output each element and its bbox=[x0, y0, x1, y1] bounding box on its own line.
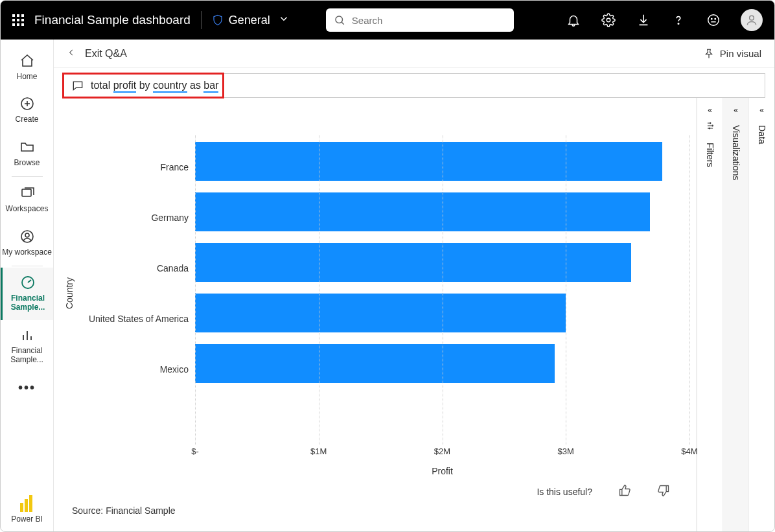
svg-point-6 bbox=[750, 16, 754, 20]
pane-label: Visualizations bbox=[731, 125, 741, 180]
sensitivity-label[interactable]: General bbox=[212, 12, 290, 28]
category-label: Germany bbox=[78, 192, 195, 243]
x-tick: $1M bbox=[310, 446, 327, 456]
nav-label: Workspaces bbox=[6, 204, 49, 213]
nav-browse[interactable]: Browse bbox=[1, 132, 53, 175]
home-icon bbox=[19, 52, 36, 69]
dashboard-title: Financial Sample dashboard bbox=[34, 13, 191, 27]
nav-financial-sample-report[interactable]: Financial Sample... bbox=[1, 320, 53, 373]
chevron-left-icon: « bbox=[708, 106, 712, 115]
nav-label: Home bbox=[16, 72, 37, 81]
top-bar: Financial Sample dashboard General bbox=[1, 1, 774, 40]
plus-circle-icon bbox=[19, 95, 36, 112]
search-icon bbox=[334, 14, 345, 26]
qna-input-bar[interactable]: total profit by country as bar bbox=[63, 73, 765, 98]
category-label: France bbox=[78, 142, 195, 192]
notifications-icon[interactable] bbox=[566, 12, 581, 28]
y-axis-label: Country bbox=[64, 277, 75, 309]
nav-label: Financial Sample... bbox=[3, 294, 53, 312]
nav-label: Browse bbox=[14, 158, 40, 167]
pin-label: Pin visual bbox=[720, 48, 761, 59]
workspaces-icon bbox=[19, 185, 36, 202]
main-area: Exit Q&A Pin visual total profit by coun… bbox=[54, 40, 774, 531]
thumbs-up-button[interactable] bbox=[618, 484, 631, 499]
nav-create[interactable]: Create bbox=[1, 89, 53, 132]
back-button[interactable] bbox=[67, 48, 76, 60]
search-wrapper bbox=[326, 8, 514, 32]
x-tick: $- bbox=[191, 446, 199, 456]
svg-point-1 bbox=[607, 18, 610, 22]
y-axis-categories: FranceGermanyCanadaUnited States of Amer… bbox=[78, 110, 195, 478]
powerbi-label: Power BI bbox=[11, 515, 43, 524]
feedback-row: Is this useful? bbox=[60, 478, 689, 502]
svg-rect-8 bbox=[22, 189, 31, 196]
download-icon[interactable] bbox=[636, 12, 651, 28]
person-circle-icon bbox=[19, 228, 36, 245]
gridline bbox=[319, 135, 319, 445]
svg-point-4 bbox=[711, 18, 712, 19]
plot-area: $-$1M$2M$3M$4M Profit bbox=[195, 110, 689, 478]
nav-divider bbox=[12, 266, 43, 266]
chevron-down-icon bbox=[278, 12, 290, 28]
left-nav: Home Create Browse Workspaces My workspa… bbox=[1, 40, 54, 531]
nav-label: Create bbox=[15, 115, 38, 124]
nav-divider bbox=[12, 176, 43, 177]
gridline bbox=[566, 135, 566, 445]
nav-more[interactable]: ••• bbox=[1, 373, 53, 404]
settings-icon[interactable] bbox=[601, 12, 616, 28]
powerbi-brand[interactable]: Power BI bbox=[11, 487, 43, 531]
qna-text: total profit by country as bar bbox=[91, 80, 218, 91]
pane-label: Data bbox=[757, 125, 767, 145]
bar-chart-icon bbox=[19, 327, 36, 343]
powerbi-logo-icon bbox=[20, 495, 34, 512]
gridline bbox=[195, 135, 196, 445]
search-box[interactable] bbox=[326, 8, 514, 32]
x-tick: $2M bbox=[434, 446, 450, 456]
nav-home[interactable]: Home bbox=[1, 46, 53, 89]
app-launcher-icon[interactable] bbox=[12, 14, 24, 26]
chevron-left-icon: « bbox=[734, 106, 738, 115]
bar[interactable] bbox=[195, 142, 662, 181]
nav-workspaces[interactable]: Workspaces bbox=[1, 178, 53, 221]
data-pane-toggle[interactable]: « Data bbox=[748, 98, 774, 531]
svg-point-0 bbox=[336, 16, 343, 23]
pin-visual-button[interactable]: Pin visual bbox=[703, 48, 761, 60]
separator bbox=[201, 11, 202, 29]
visualizations-pane-toggle[interactable]: « Visualizations bbox=[723, 98, 748, 531]
sensitivity-text: General bbox=[229, 14, 270, 27]
nav-label: Financial Sample... bbox=[1, 346, 53, 365]
svg-point-10 bbox=[25, 233, 29, 237]
svg-point-5 bbox=[715, 18, 715, 19]
bar[interactable] bbox=[195, 344, 555, 383]
bar[interactable] bbox=[195, 294, 566, 332]
gauge-icon bbox=[19, 274, 36, 291]
svg-point-3 bbox=[708, 15, 719, 26]
folder-icon bbox=[19, 139, 36, 156]
filters-pane-toggle[interactable]: « Filters bbox=[697, 98, 723, 531]
top-icon-bar bbox=[566, 9, 763, 31]
user-avatar[interactable] bbox=[741, 9, 763, 31]
category-label: United States of America bbox=[78, 294, 195, 344]
chevron-left-icon: « bbox=[759, 106, 764, 115]
source-text: Source: Financial Sample bbox=[60, 502, 689, 525]
x-tick: $4M bbox=[681, 446, 697, 456]
search-input[interactable] bbox=[352, 15, 506, 26]
chat-icon bbox=[71, 79, 84, 92]
category-label: Canada bbox=[78, 243, 195, 294]
gridline bbox=[443, 135, 443, 445]
nav-label: My workspace bbox=[2, 248, 52, 257]
nav-financial-sample-dashboard[interactable]: Financial Sample... bbox=[1, 268, 53, 320]
bar-chart: Country FranceGermanyCanadaUnited States… bbox=[60, 110, 689, 478]
feedback-icon[interactable] bbox=[706, 12, 721, 28]
svg-point-2 bbox=[678, 23, 678, 24]
thumbs-down-button[interactable] bbox=[657, 484, 670, 499]
nav-my-workspace[interactable]: My workspace bbox=[1, 222, 53, 264]
bar[interactable] bbox=[195, 192, 650, 231]
x-tick: $3M bbox=[558, 446, 574, 456]
right-panes: « Filters « Visualizations « Data bbox=[696, 98, 774, 531]
exit-qna-link[interactable]: Exit Q&A bbox=[85, 48, 127, 60]
shield-icon bbox=[212, 14, 224, 27]
pin-icon bbox=[703, 48, 715, 60]
help-icon[interactable] bbox=[671, 12, 686, 28]
x-axis-label: Profit bbox=[195, 466, 689, 476]
